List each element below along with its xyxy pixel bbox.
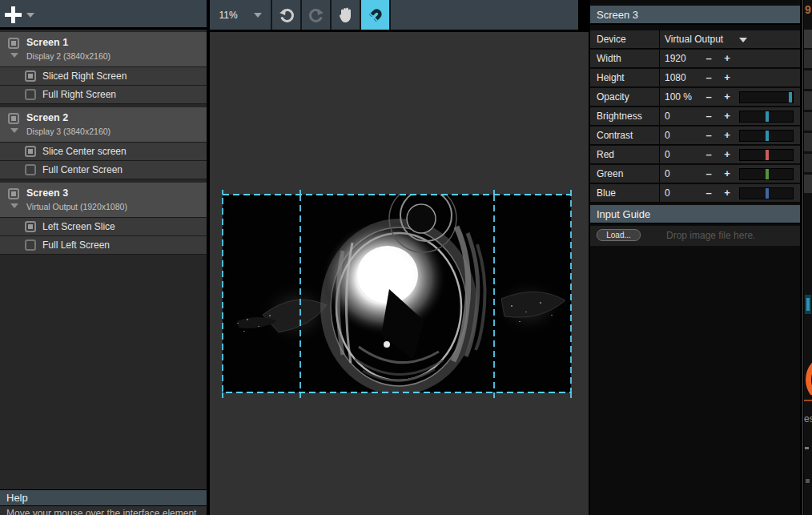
- slice-enabled-checkbox[interactable]: [25, 164, 36, 175]
- edge-partial-text: es: [804, 413, 812, 424]
- drop-image-hint: Drop image file here.: [666, 230, 755, 241]
- brightness-value[interactable]: 0: [665, 111, 670, 122]
- red-value[interactable]: 0: [665, 149, 670, 160]
- opacity-label: Opacity: [597, 91, 629, 103]
- background-window-edge: 9 es: [800, 0, 812, 515]
- contrast-slider-handle[interactable]: [766, 131, 769, 141]
- contrast-increment-button[interactable]: +: [722, 129, 733, 141]
- chevron-down-icon: [254, 13, 262, 18]
- screen-enabled-checkbox[interactable]: [8, 38, 19, 49]
- slice-enabled-checkbox[interactable]: [25, 146, 36, 157]
- output-canvas-region: 11%: [210, 0, 589, 515]
- screen-enabled-checkbox[interactable]: [8, 188, 19, 199]
- slice-row[interactable]: Full Left Screen: [0, 236, 207, 255]
- opacity-slider-handle[interactable]: [789, 92, 792, 103]
- slice-enabled-checkbox[interactable]: [25, 89, 36, 100]
- opacity-slider[interactable]: [739, 91, 794, 103]
- edge-orange-line: [804, 400, 812, 401]
- red-label: Red: [597, 149, 614, 160]
- zoom-level-dropdown[interactable]: 11%: [210, 0, 272, 30]
- blue-increment-button[interactable]: +: [722, 187, 733, 199]
- screen-list: Screen 1 Display 2 (3840x2160) Sliced Ri…: [0, 32, 207, 258]
- green-decrement-button[interactable]: –: [703, 167, 714, 179]
- brightness-slider[interactable]: [739, 111, 794, 123]
- slice-label: Full Left Screen: [42, 239, 110, 251]
- brightness-increment-button[interactable]: +: [722, 110, 733, 122]
- slice-row[interactable]: Full Center Screen: [0, 161, 207, 179]
- blue-slider[interactable]: [739, 187, 794, 199]
- opacity-decrement-button[interactable]: –: [703, 91, 714, 103]
- help-box: Help Move your mouse over the interface …: [0, 489, 207, 515]
- advanced-output-window: Screen 1 Display 2 (3840x2160) Sliced Ri…: [0, 0, 812, 515]
- output-preview[interactable]: [223, 195, 571, 392]
- width-value[interactable]: 1920: [665, 53, 686, 64]
- magnet-icon: [367, 6, 384, 24]
- edge-teal-fragment: [805, 295, 811, 314]
- red-slider[interactable]: [739, 149, 794, 161]
- expander-triangle-icon[interactable]: [10, 128, 18, 133]
- expander-triangle-icon[interactable]: [10, 203, 18, 208]
- green-slider-handle[interactable]: [766, 169, 769, 179]
- red-row: Red 0 – +: [590, 146, 800, 164]
- slice-label: Slice Center screen: [42, 146, 127, 157]
- height-increment-button[interactable]: +: [722, 71, 733, 83]
- contrast-decrement-button[interactable]: –: [703, 129, 714, 141]
- screen-device: Virtual Output (1920x1080): [26, 202, 127, 211]
- screen-name: Screen 2: [26, 112, 68, 123]
- snap-tool-button[interactable]: [361, 0, 391, 30]
- red-increment-button[interactable]: +: [722, 148, 733, 160]
- width-decrement-button[interactable]: –: [703, 52, 714, 64]
- device-value[interactable]: Virtual Output: [665, 34, 723, 45]
- composition-canvas[interactable]: [210, 32, 589, 515]
- green-value[interactable]: 0: [665, 168, 670, 179]
- slice-row[interactable]: Sliced Right Screen: [0, 67, 207, 86]
- slice-row[interactable]: Left Screen Slice: [0, 218, 207, 236]
- brightness-row: Brightness 0 – +: [590, 107, 800, 126]
- width-increment-button[interactable]: +: [722, 52, 733, 64]
- undo-icon: [278, 6, 295, 24]
- screen-header[interactable]: Screen 1 Display 2 (3840x2160): [0, 32, 207, 67]
- red-slider-handle[interactable]: [766, 150, 769, 160]
- slice-label: Full Center Screen: [42, 164, 123, 175]
- opacity-increment-button[interactable]: +: [722, 91, 733, 103]
- input-guide-title: Input Guide: [590, 205, 800, 224]
- blue-decrement-button[interactable]: –: [703, 187, 714, 199]
- contrast-slider[interactable]: [739, 130, 794, 142]
- slice-enabled-checkbox[interactable]: [25, 221, 36, 232]
- blue-slider-handle[interactable]: [766, 188, 769, 199]
- green-increment-button[interactable]: +: [722, 167, 733, 179]
- slice-enabled-checkbox[interactable]: [25, 70, 36, 82]
- screens-panel: Screen 1 Display 2 (3840x2160) Sliced Ri…: [0, 0, 207, 515]
- height-decrement-button[interactable]: –: [703, 71, 714, 83]
- expander-triangle-icon[interactable]: [10, 53, 18, 58]
- redo-button[interactable]: [302, 0, 332, 30]
- help-title: Help: [0, 489, 207, 506]
- screen-header[interactable]: Screen 3 Virtual Output (1920x1080): [0, 183, 207, 218]
- undo-button[interactable]: [272, 0, 302, 30]
- slice-row[interactable]: Full Right Screen: [0, 86, 207, 104]
- slice-row[interactable]: Slice Center screen: [0, 143, 207, 161]
- properties-panel: Screen 3 Device Virtual Output Width 192…: [590, 0, 800, 515]
- brightness-slider-handle[interactable]: [766, 111, 769, 122]
- height-value[interactable]: 1080: [665, 72, 686, 83]
- load-image-button[interactable]: Load...: [597, 229, 641, 241]
- slice-label: Sliced Right Screen: [42, 70, 127, 82]
- red-decrement-button[interactable]: –: [703, 148, 714, 160]
- screen-enabled-checkbox[interactable]: [8, 113, 19, 124]
- device-dropdown-caret-icon[interactable]: [739, 38, 747, 42]
- blue-value[interactable]: 0: [665, 187, 670, 199]
- opacity-value[interactable]: 100 %: [665, 91, 692, 103]
- add-screen-button[interactable]: [5, 5, 37, 25]
- zoom-level-value: 11%: [219, 10, 237, 21]
- edge-partial-orange-digit: [804, 355, 812, 395]
- green-slider[interactable]: [739, 168, 794, 180]
- pan-tool-button[interactable]: [332, 0, 361, 30]
- brightness-decrement-button[interactable]: –: [703, 110, 714, 122]
- slice-enabled-checkbox[interactable]: [25, 239, 36, 251]
- screens-toolbar: [0, 0, 207, 30]
- blue-row: Blue 0 – +: [590, 184, 800, 203]
- height-row: Height 1080 – +: [590, 69, 800, 87]
- height-label: Height: [597, 72, 625, 83]
- contrast-value[interactable]: 0: [665, 130, 670, 141]
- screen-header[interactable]: Screen 2 Display 3 (3840x2160): [0, 107, 207, 143]
